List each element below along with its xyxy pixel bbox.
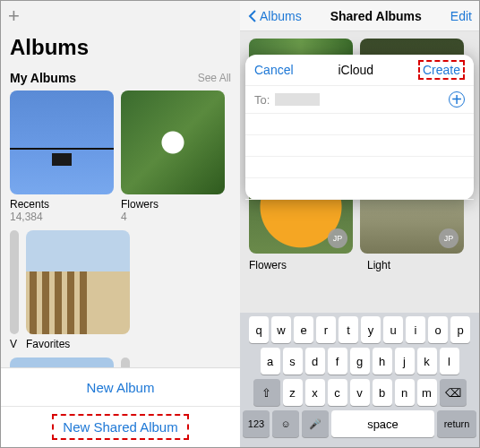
- key-w[interactable]: w: [271, 316, 291, 343]
- key-p[interactable]: p: [450, 316, 470, 343]
- key-l[interactable]: l: [440, 348, 459, 375]
- album-count: 14,384: [10, 211, 114, 223]
- new-album-button[interactable]: New Album: [1, 369, 240, 406]
- key-g[interactable]: g: [350, 348, 370, 375]
- key-123[interactable]: 123: [243, 410, 270, 437]
- key-r[interactable]: r: [316, 316, 336, 343]
- shared-albums-screen: Albums Shared Albums Edit JP JP Flowers …: [240, 1, 479, 447]
- key-s[interactable]: s: [283, 348, 303, 375]
- album-title: Favorites: [26, 338, 130, 350]
- album-favorites[interactable]: Favorites: [26, 230, 130, 350]
- key-i[interactable]: i: [406, 316, 425, 343]
- key-d[interactable]: d: [305, 348, 325, 375]
- shared-album-title: Flowers: [249, 259, 287, 271]
- key-v[interactable]: v: [350, 379, 370, 406]
- album-title: V: [10, 338, 19, 350]
- to-field[interactable]: [275, 93, 320, 106]
- album-title: Recents: [10, 198, 114, 211]
- key-delete[interactable]: ⌫: [440, 379, 467, 406]
- key-e[interactable]: e: [294, 316, 313, 343]
- keyboard: qwertyuiop asdfghjkl ⇧zxcvbnm⌫ 123 ☺ 🎤 s…: [240, 313, 479, 447]
- key-z[interactable]: z: [283, 379, 303, 406]
- see-all-link[interactable]: See All: [198, 72, 231, 84]
- key-emoji[interactable]: ☺: [272, 410, 299, 437]
- section-title: My Albums: [10, 71, 76, 85]
- key-j[interactable]: j: [395, 348, 415, 375]
- cancel-button[interactable]: Cancel: [254, 63, 294, 77]
- chevron-left-icon: [247, 10, 258, 22]
- key-mic[interactable]: 🎤: [302, 410, 329, 437]
- key-c[interactable]: c: [328, 379, 347, 406]
- key-return[interactable]: return: [437, 410, 476, 437]
- album-recents[interactable]: Recents 14,384: [10, 90, 114, 223]
- key-q[interactable]: q: [249, 316, 269, 343]
- key-m[interactable]: m: [417, 379, 437, 406]
- dialog-body[interactable]: [245, 114, 474, 200]
- key-u[interactable]: u: [383, 316, 403, 343]
- icloud-dialog: Cancel iCloud Create To: +: [245, 55, 474, 200]
- album-title: Flowers: [121, 198, 225, 211]
- page-title: Albums: [1, 31, 240, 67]
- shared-album-title: Light: [367, 259, 390, 271]
- key-y[interactable]: y: [361, 316, 381, 343]
- owner-badge: JP: [439, 228, 459, 248]
- album-thumb: [10, 230, 19, 334]
- album-thumb: [10, 90, 114, 194]
- to-label: To:: [254, 93, 270, 107]
- key-shift[interactable]: ⇧: [253, 379, 280, 406]
- nav-title: Shared Albums: [330, 9, 422, 23]
- key-n[interactable]: n: [395, 379, 415, 406]
- albums-screen: + Albums My Albums See All Recents 14,38…: [1, 1, 240, 447]
- add-contact-icon[interactable]: +: [449, 91, 465, 108]
- key-a[interactable]: a: [261, 348, 280, 375]
- album-cut[interactable]: V: [10, 230, 19, 350]
- key-f[interactable]: f: [328, 348, 347, 375]
- key-h[interactable]: h: [373, 348, 392, 375]
- dialog-title: iCloud: [338, 63, 373, 77]
- key-t[interactable]: t: [339, 316, 358, 343]
- key-k[interactable]: k: [417, 348, 437, 375]
- action-sheet: New Album New Shared Album: [1, 367, 240, 447]
- album-thumb: [121, 90, 225, 194]
- key-b[interactable]: b: [373, 379, 392, 406]
- album-count: 4: [121, 211, 225, 223]
- edit-button[interactable]: Edit: [450, 9, 472, 23]
- album-flowers[interactable]: Flowers 4: [121, 90, 225, 223]
- album-thumb: [26, 230, 130, 334]
- key-o[interactable]: o: [428, 316, 448, 343]
- create-button[interactable]: Create: [418, 60, 465, 80]
- plus-icon[interactable]: +: [8, 4, 20, 28]
- key-space[interactable]: space: [331, 410, 434, 437]
- back-button[interactable]: Albums: [247, 9, 302, 23]
- owner-badge: JP: [328, 228, 347, 248]
- new-shared-album-button[interactable]: New Shared Album: [52, 414, 188, 440]
- key-x[interactable]: x: [305, 379, 325, 406]
